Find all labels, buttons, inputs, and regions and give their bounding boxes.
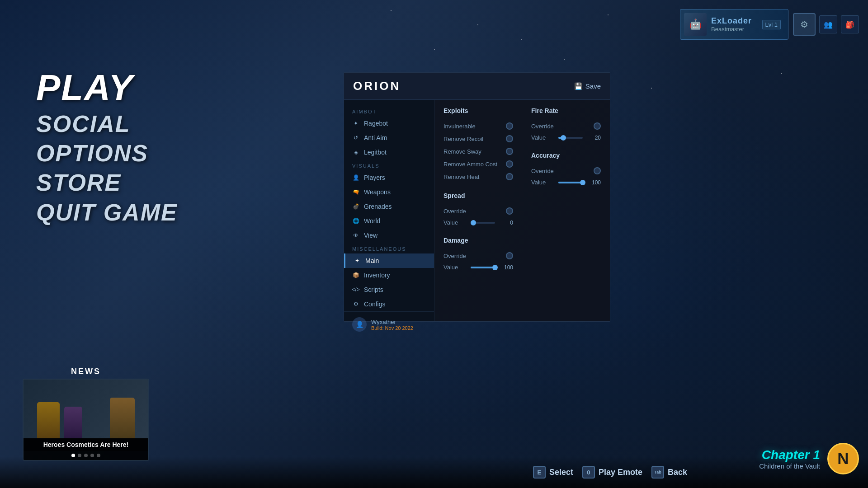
top-right-buttons: ⚙ 👥 🎒 (793, 13, 859, 36)
grenades-icon: 💣 (352, 203, 359, 210)
spread-section: Spread Override Value 0 (443, 192, 513, 228)
damage-override-toggle[interactable] (506, 252, 513, 259)
toggle-invulnerable: Invulnerable (443, 120, 513, 132)
accuracy-slider-thumb[interactable] (580, 180, 585, 185)
cheat-menu-body: Aimbot ✦ Ragebot ↺ Anti Aim ◈ Legitbot V… (344, 100, 610, 321)
menu-item-store[interactable]: STORE (36, 170, 178, 196)
sidebar-user-avatar: 👤 (352, 317, 367, 332)
sidebar-item-label-view: View (364, 232, 377, 239)
remove-ammo-cost-label: Remove Ammo Cost (443, 161, 497, 168)
accuracy-section: Accuracy Override Value 100 (531, 152, 601, 188)
news-image (24, 380, 148, 438)
sidebar-item-label-configs: Configs (364, 300, 385, 308)
sidebar-item-world[interactable]: 🌐 World (344, 214, 434, 228)
sidebar-item-inventory[interactable]: 📦 Inventory (344, 268, 434, 282)
accuracy-slider-value: 100 (587, 179, 601, 186)
left-main-menu: PLAY SOCIAL OPTIONS STORE QUIT GAME (36, 68, 178, 225)
menu-item-play[interactable]: PLAY (36, 68, 178, 108)
remove-heat-label: Remove Heat (443, 174, 479, 180)
sidebar-item-players[interactable]: 👤 Players (344, 170, 434, 185)
back-control-label: Back (668, 468, 687, 477)
fire-rate-override-toggle[interactable] (594, 122, 601, 130)
antiaim-icon: ↺ (352, 134, 359, 141)
fire-rate-slider-track (558, 137, 583, 139)
inventory-button[interactable]: 🎒 (841, 15, 859, 33)
configs-icon: ⚙ (352, 300, 359, 308)
build-date: Nov 20 2022 (385, 325, 413, 331)
sidebar-item-main[interactable]: ✦ Main (344, 253, 434, 268)
damage-slider-value: 100 (500, 264, 513, 271)
damage-override-row: Override (443, 249, 513, 262)
cheat-menu-header: ORION 💾 Save (344, 73, 610, 100)
damage-value-label: Value (443, 264, 466, 271)
cheat-menu-title: ORION (353, 79, 401, 93)
save-icon: 💾 (574, 82, 583, 90)
bottom-controls-bar: E Select 0 Play Emote Tab Back (0, 456, 868, 488)
sidebar-content: Aimbot ✦ Ragebot ↺ Anti Aim ◈ Legitbot V… (344, 105, 434, 316)
weapons-icon: 🔫 (352, 188, 359, 196)
spread-override-label: Override (443, 208, 466, 215)
damage-value-row: Value 100 (443, 262, 513, 272)
fire-rate-header: Fire Rate (531, 107, 601, 114)
remove-heat-toggle[interactable] (506, 173, 513, 180)
player-name: ExLoader (711, 16, 758, 26)
remove-recoil-toggle[interactable] (506, 135, 513, 142)
fire-rate-override-row: Override (531, 120, 601, 132)
spread-value-row: Value 0 (443, 217, 513, 228)
news-card[interactable]: Heroes Cosmetics Are Here! (23, 379, 149, 461)
toggle-remove-ammo-cost: Remove Ammo Cost (443, 158, 513, 170)
damage-header: Damage (443, 237, 513, 244)
cheat-content-area: Exploits Invulnerable Remove Recoil Remo… (434, 100, 610, 321)
sidebar-item-legitbot[interactable]: ◈ Legitbot (344, 145, 434, 160)
players-icon: 👤 (352, 174, 359, 181)
invulnerable-toggle[interactable] (506, 122, 513, 130)
menu-item-options[interactable]: OPTIONS (36, 141, 178, 166)
accuracy-override-toggle[interactable] (594, 167, 601, 174)
remove-sway-toggle[interactable] (506, 148, 513, 155)
inventory-icon: 📦 (352, 272, 359, 279)
right-content-col: Fire Rate Override Value 20 (531, 107, 601, 282)
sidebar-item-label-antiaim: Anti Aim (364, 134, 387, 141)
sidebar-item-grenades[interactable]: 💣 Grenades (344, 199, 434, 214)
save-button[interactable]: 💾 Save (574, 82, 601, 90)
spread-override-row: Override (443, 205, 513, 217)
main-icon: ✦ (354, 257, 361, 264)
build-label: Build: (371, 325, 384, 331)
save-label: Save (585, 82, 601, 90)
sidebar-item-label-legitbot: Legitbot (364, 149, 387, 156)
sidebar-item-label-grenades: Grenades (364, 203, 392, 210)
player-class: Beastmaster (711, 26, 758, 33)
spread-value-label: Value (443, 219, 466, 226)
sidebar-item-label-scripts: Scripts (364, 286, 383, 293)
player-info-area: 🤖 ExLoader Beastmaster Lvl 1 ⚙ 👥 🎒 (680, 9, 859, 40)
sidebar-item-antiaim[interactable]: ↺ Anti Aim (344, 131, 434, 145)
chapter-info: Chapter 1 Children of the Vault N (759, 443, 859, 474)
accuracy-header: Accuracy (531, 152, 601, 159)
fire-rate-slider-thumb[interactable] (561, 135, 566, 141)
sidebar-item-view[interactable]: 👁 View (344, 228, 434, 243)
accuracy-override-row: Override (531, 164, 601, 177)
chapter-logo: N (827, 443, 859, 474)
sidebar-item-label-main: Main (365, 257, 379, 264)
sidebar-item-ragebot[interactable]: ✦ Ragebot (344, 116, 434, 131)
news-char-3 (110, 398, 135, 438)
damage-slider-thumb[interactable] (492, 265, 498, 270)
control-play-emote: 0 Play Emote (582, 466, 642, 479)
sidebar-item-weapons[interactable]: 🔫 Weapons (344, 185, 434, 199)
spread-slider-thumb[interactable] (471, 220, 476, 225)
damage-override-label: Override (443, 253, 466, 259)
scripts-icon: </> (352, 286, 359, 293)
news-char-1 (37, 402, 60, 438)
menu-item-quit[interactable]: QUIT GAME (36, 200, 178, 225)
news-panel: NEWS Heroes Cosmetics Are Here! (23, 367, 149, 461)
select-control-label: Select (549, 468, 573, 477)
news-title: Heroes Cosmetics Are Here! (24, 438, 148, 451)
settings-button[interactable]: ⚙ (793, 13, 816, 36)
remove-ammo-cost-toggle[interactable] (506, 160, 513, 168)
menu-item-social[interactable]: SOCIAL (36, 111, 178, 137)
social-button[interactable]: 👥 (819, 15, 837, 33)
sidebar-item-configs[interactable]: ⚙ Configs (344, 297, 434, 311)
spread-override-toggle[interactable] (506, 207, 513, 215)
sidebar-item-scripts[interactable]: </> Scripts (344, 282, 434, 297)
view-icon: 👁 (352, 232, 359, 239)
